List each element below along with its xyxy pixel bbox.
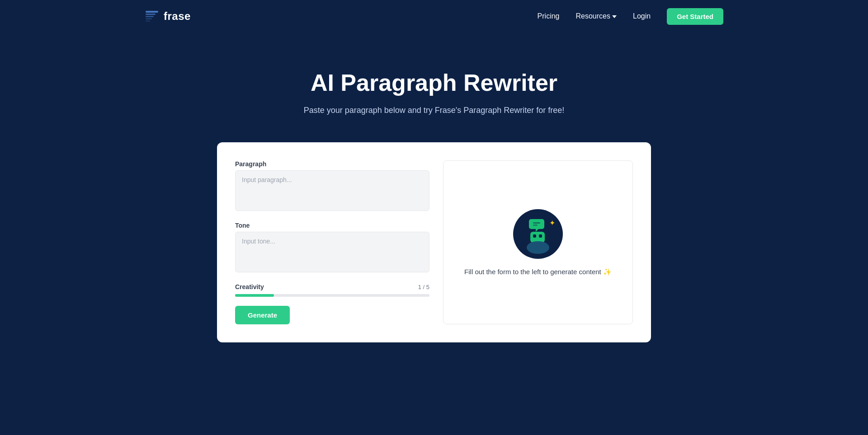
svg-rect-7: [533, 222, 540, 224]
nav-pricing[interactable]: Pricing: [538, 12, 560, 20]
left-panel: Paragraph Tone Creativity 1 / 5 Generate: [235, 160, 429, 324]
svg-text:✦: ✦: [549, 219, 555, 227]
hero-section: AI Paragraph Rewriter Paste your paragra…: [0, 33, 868, 142]
nav-login[interactable]: Login: [633, 12, 651, 20]
creativity-bar-fill: [235, 294, 274, 297]
tone-field: Tone: [235, 222, 429, 274]
tone-label: Tone: [235, 222, 429, 229]
nav-resources[interactable]: Resources: [576, 12, 617, 20]
paragraph-input[interactable]: [235, 170, 429, 211]
paragraph-label: Paragraph: [235, 160, 429, 168]
tone-input[interactable]: [235, 232, 429, 272]
robot-avatar: ✦: [513, 209, 563, 259]
paragraph-field: Paragraph: [235, 160, 429, 213]
get-started-button[interactable]: Get Started: [667, 8, 723, 25]
creativity-header: Creativity 1 / 5: [235, 283, 429, 290]
generate-prompt: Fill out the form to the left to generat…: [464, 268, 612, 276]
svg-rect-4: [146, 20, 150, 22]
svg-rect-2: [146, 16, 154, 17]
creativity-bar[interactable]: [235, 294, 429, 297]
svg-rect-8: [533, 225, 538, 226]
svg-rect-0: [146, 11, 158, 13]
chevron-down-icon: [612, 15, 617, 18]
nav-links: Pricing Resources Login Get Started: [538, 8, 723, 25]
navbar: frase Pricing Resources Login Get Starte…: [0, 0, 868, 33]
svg-rect-6: [529, 219, 544, 229]
creativity-label: Creativity: [235, 283, 264, 290]
svg-rect-11: [533, 234, 536, 238]
logo[interactable]: frase: [145, 9, 191, 23]
tool-card-wrapper: Paragraph Tone Creativity 1 / 5 Generate: [0, 142, 868, 342]
tool-card: Paragraph Tone Creativity 1 / 5 Generate: [217, 142, 651, 342]
svg-rect-10: [530, 232, 545, 243]
svg-rect-3: [146, 18, 152, 19]
generate-button[interactable]: Generate: [235, 306, 290, 324]
right-panel: ✦ Fill out the form to the left to gener…: [443, 160, 633, 324]
svg-point-13: [527, 241, 549, 254]
svg-rect-1: [146, 14, 156, 15]
hero-subtitle: Paste your paragraph below and try Frase…: [9, 106, 859, 115]
hero-title: AI Paragraph Rewriter: [9, 69, 859, 97]
logo-text: frase: [164, 10, 191, 23]
creativity-section: Creativity 1 / 5: [235, 283, 429, 297]
creativity-value: 1 / 5: [418, 284, 429, 290]
frase-logo-icon: [145, 9, 159, 23]
svg-rect-12: [539, 234, 542, 238]
